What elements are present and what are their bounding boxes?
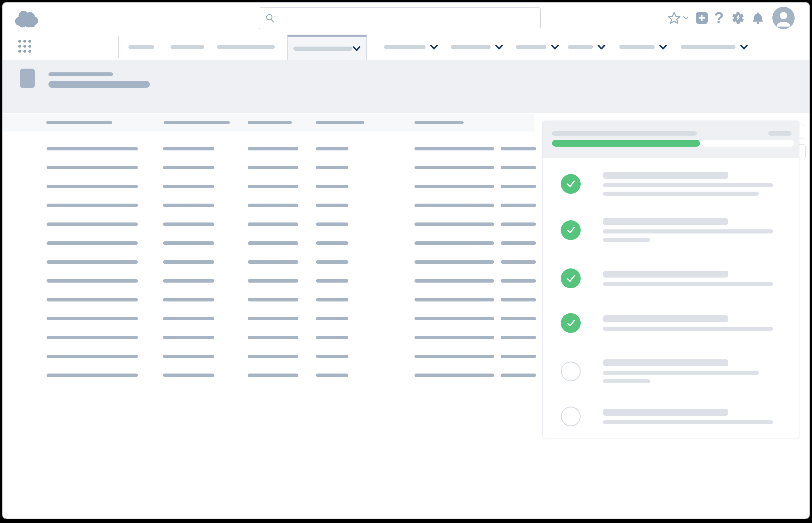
table-row — [2, 298, 541, 302]
cell-placeholder — [47, 260, 138, 264]
cell-placeholder — [501, 355, 536, 358]
page-title-placeholder — [49, 72, 113, 76]
search-input[interactable] — [275, 7, 540, 29]
chevron-down-icon — [353, 46, 361, 51]
nav-item-placeholder — [619, 45, 655, 49]
cell-placeholder — [501, 279, 536, 283]
table-row — [2, 355, 541, 358]
step-text-placeholder — [603, 229, 773, 234]
cell-placeholder — [163, 241, 214, 245]
cell-placeholder — [501, 374, 536, 377]
cell-placeholder — [248, 336, 299, 339]
search-icon — [265, 13, 275, 23]
nav-item-placeholder — [516, 45, 546, 49]
table-row — [2, 336, 541, 339]
step-text-placeholder — [603, 172, 728, 179]
cell-placeholder — [316, 374, 348, 377]
cell-placeholder — [163, 355, 214, 358]
step-text-placeholders — [603, 218, 773, 242]
cell-placeholder — [501, 298, 536, 302]
step-incomplete-circle[interactable] — [561, 362, 581, 381]
nav-tab[interactable] — [128, 34, 154, 60]
cell-placeholder — [47, 336, 138, 339]
chevron-down-icon — [597, 45, 606, 49]
cell-placeholder — [316, 279, 348, 283]
nav-tab[interactable] — [619, 34, 667, 60]
cell-placeholder — [501, 336, 536, 339]
step-text-placeholder — [603, 359, 728, 366]
global-search — [259, 7, 541, 29]
step-text-placeholder — [603, 271, 728, 277]
nav-tab[interactable] — [516, 34, 559, 60]
cell-placeholder — [415, 204, 494, 207]
cell-placeholder — [248, 355, 299, 358]
cell-placeholder — [501, 317, 536, 320]
nav-item-placeholder — [170, 45, 204, 49]
cell-placeholder — [47, 166, 138, 169]
nav-tab[interactable] — [217, 34, 275, 60]
setup-step — [561, 359, 759, 383]
nav-item-placeholder — [568, 45, 593, 49]
chevron-down-icon — [551, 45, 559, 49]
cell-placeholder — [415, 355, 494, 358]
chevron-down-icon — [495, 45, 503, 49]
cell-placeholder — [316, 166, 348, 169]
cell-placeholder — [501, 241, 536, 245]
column-header-placeholder — [248, 121, 292, 124]
cell-placeholder — [415, 166, 494, 169]
cell-placeholder — [163, 317, 214, 320]
cell-placeholder — [415, 374, 494, 377]
nav-tab[interactable] — [384, 34, 438, 60]
add-icon[interactable] — [696, 12, 708, 24]
table-row — [2, 241, 541, 245]
cell-placeholder — [316, 355, 348, 358]
step-complete-check-icon[interactable] — [561, 174, 581, 194]
nav-tab[interactable] — [451, 34, 503, 60]
cell-placeholder — [316, 241, 348, 245]
cell-placeholder — [316, 298, 348, 302]
step-incomplete-circle[interactable] — [561, 407, 581, 427]
cell-placeholder — [415, 260, 494, 264]
chevron-down-icon — [740, 45, 748, 49]
notifications-bell-icon[interactable] — [751, 11, 764, 24]
assistant-panel — [542, 121, 799, 438]
cell-placeholder — [47, 279, 138, 283]
cell-placeholder — [248, 241, 299, 245]
step-text-placeholder — [603, 238, 650, 242]
cell-placeholder — [415, 298, 494, 302]
cell-placeholder — [47, 355, 138, 358]
nav-tab[interactable] — [170, 34, 204, 60]
favorites-chevron-icon[interactable] — [683, 16, 689, 20]
cell-placeholder — [163, 147, 214, 150]
page-subtitle-placeholder — [49, 81, 150, 88]
step-complete-check-icon[interactable] — [561, 313, 581, 333]
column-header-placeholder — [415, 121, 464, 124]
step-text-placeholder — [603, 379, 650, 383]
page-header — [2, 60, 810, 113]
setup-step — [561, 218, 773, 242]
cell-placeholder — [163, 166, 214, 169]
cell-placeholder — [163, 279, 214, 283]
cell-placeholder — [316, 336, 348, 339]
nav-item-placeholder — [451, 45, 491, 49]
cell-placeholder — [316, 317, 348, 320]
nav-tab-active[interactable] — [287, 35, 367, 60]
cell-placeholder — [316, 222, 348, 226]
setup-gear-icon[interactable] — [731, 11, 745, 25]
chevron-down-icon — [430, 45, 438, 49]
step-text-placeholders — [603, 359, 759, 383]
nav-item-placeholder — [293, 47, 353, 51]
avatar[interactable] — [772, 7, 795, 29]
favorites-star-icon[interactable] — [667, 11, 681, 25]
nav-tab[interactable] — [681, 34, 748, 60]
nav-tab[interactable] — [568, 34, 606, 60]
cell-placeholder — [316, 260, 348, 264]
step-complete-check-icon[interactable] — [561, 220, 581, 240]
step-text-placeholder — [603, 327, 773, 331]
help-icon[interactable]: ? — [714, 10, 724, 26]
column-header-placeholder — [164, 121, 230, 124]
nav-item-placeholder — [217, 45, 275, 49]
step-complete-check-icon[interactable] — [561, 268, 581, 288]
cell-placeholder — [415, 336, 494, 339]
table-row — [2, 317, 541, 320]
